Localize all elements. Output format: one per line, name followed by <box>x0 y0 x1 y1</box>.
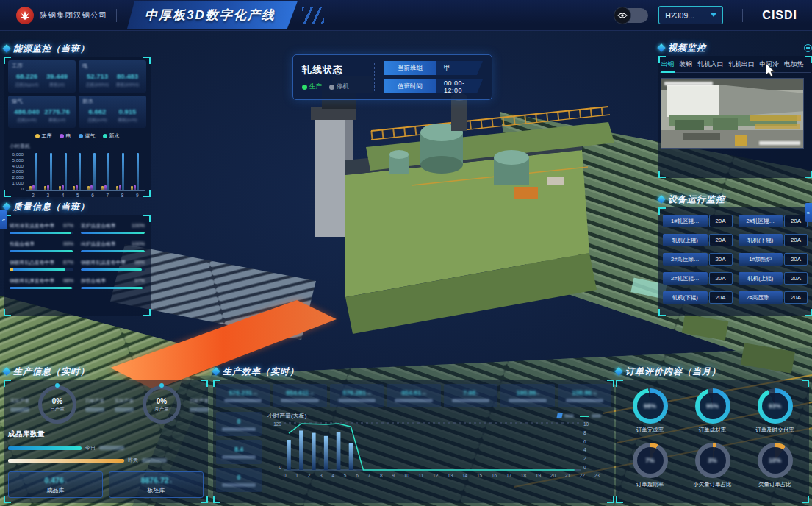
order-ring: 95%订单成材率 <box>681 388 744 434</box>
equipment-current-value: 20A <box>784 272 808 285</box>
energy-label: 单耗(m³/t) <box>118 117 137 124</box>
quality-item: 装炉温度合格率100% <box>81 222 145 234</box>
slab-stock-card: 8876.72t 板坯库 <box>109 471 204 498</box>
bar <box>82 190 84 191</box>
bar <box>107 153 109 190</box>
donut-chart: 98% <box>633 388 668 424</box>
x-tick: 1 <box>295 473 298 478</box>
today-stock-bar: 今日 <box>8 444 204 452</box>
energy-label: 总耗(m³/t) <box>87 117 107 124</box>
x-tick: 23 <box>594 473 600 478</box>
x-tick: 10 <box>404 473 409 478</box>
bar <box>59 186 61 191</box>
y-tick: 10 <box>583 421 592 427</box>
y-tick: 4 <box>583 447 592 452</box>
bar <box>29 186 32 191</box>
x-tick: 6 <box>356 473 359 478</box>
collapse-right-tab[interactable]: » <box>805 203 812 222</box>
bar <box>50 153 52 190</box>
efficiency-value: 108.86 % <box>572 389 597 396</box>
donut-value: 98% <box>633 388 668 424</box>
equipment-cell: 2#轧区辊…20A <box>663 272 733 285</box>
quality-label: 出炉温度合格率 <box>81 240 116 248</box>
x-tick: 2 <box>308 473 311 478</box>
energy-value: 486.040 <box>14 107 39 115</box>
energy-card-name: 煤气 <box>12 98 72 105</box>
bar <box>32 185 35 190</box>
bar-group <box>87 153 98 190</box>
legend-production: 生产 <box>302 82 322 91</box>
quality-label: 钢板终轧凸度命中率 <box>10 259 54 266</box>
equipment-cell: 轧机(上辊)20A <box>663 234 733 246</box>
gray-dot-icon <box>329 85 334 90</box>
bar <box>119 185 121 190</box>
quality-item: 钢板终轧厚度命中率98% <box>10 277 73 289</box>
equipment-row: 2#轧区辊…20A轧机(上辊)20A <box>663 272 808 285</box>
side-stat-label <box>222 455 256 459</box>
legend-item: 煤气 <box>79 132 96 140</box>
energy-value: 2775.76 <box>44 107 69 115</box>
x-tick: 4 <box>331 473 334 478</box>
quality-bar <box>81 268 145 271</box>
line-status-panel: 轧线状态 生产 停机 当前班组 甲 值班时间 00:00-12:00 <box>292 54 492 100</box>
quality-label: 铸坯冷装温度命中率 <box>10 222 54 229</box>
energy-label: 总耗(m³/t) <box>17 117 36 124</box>
x-tick: 5 <box>76 193 79 198</box>
cctv-video-frame[interactable] <box>661 78 804 149</box>
efficiency-stat-label <box>281 399 318 402</box>
video-panel-title: 视频监控 <box>668 42 706 54</box>
equipment-current-value: 20A <box>784 253 808 266</box>
bar <box>44 186 46 191</box>
bar-group <box>101 153 112 190</box>
shift-badge: 当前班组 甲 <box>384 61 483 75</box>
daily-output-gauge: 实际产量 0% 日产量 目标产量 <box>5 385 109 424</box>
efficiency-stat: 576.231 m <box>216 384 270 407</box>
cctv-timestamp-overlay <box>664 82 713 85</box>
video-tab-1[interactable]: 装钢 <box>680 60 693 72</box>
efficiency-stat: 7.98 t <box>444 384 497 407</box>
equipment-row: 轧机(下辊)20A2#高压除…20A <box>663 291 808 304</box>
video-tab-5[interactable]: 电加热 <box>784 60 803 72</box>
equipment-name: 轧机(下辊) <box>739 234 783 246</box>
line-selector-dropdown[interactable]: H2309... <box>658 6 723 24</box>
bar <box>134 185 136 190</box>
video-tab-3[interactable]: 轧机出口 <box>728 60 754 72</box>
equipment-name: 1#加热炉 <box>739 253 783 266</box>
quality-value: 100% <box>132 223 145 228</box>
quality-item: 探伤合格率97% <box>81 277 145 289</box>
equipment-name: 轧机(上辊) <box>663 234 708 246</box>
bar <box>122 153 124 190</box>
quality-item: 钢板终轧凸度命中率87% <box>10 259 73 271</box>
x-tick: 7 <box>107 193 109 198</box>
donut-chart: 93% <box>758 388 793 424</box>
video-tab-0[interactable]: 出钢 <box>661 60 675 72</box>
quality-item: 出炉温度合格率100% <box>81 240 145 252</box>
production-panel-body: 实际产量 0% 日产量 目标产量 实际产量 0% 月产量 目标产量 成品库数量 … <box>4 380 208 503</box>
energy-label: 单耗(t/t) <box>49 82 65 88</box>
quality-panel-body: 铸坯冷装温度命中率97%装炉温度合格率100%性能合格率99%出炉温度合格率10… <box>4 215 151 316</box>
equipment-cell: 2#高压除…20A <box>663 253 733 266</box>
visibility-toggle[interactable] <box>614 8 648 23</box>
donut-chart: 3% <box>695 443 730 478</box>
collapse-left-tab[interactable]: « <box>0 210 7 229</box>
equipment-current-value: 20A <box>709 215 733 227</box>
equipment-row: 2#高压除…20A1#加热炉20A <box>663 253 808 266</box>
donut-value: 7% <box>633 443 668 478</box>
efficiency-panel-title: 生产效率（实时） <box>223 366 299 378</box>
x-tick: 15 <box>477 473 482 478</box>
bar <box>87 186 90 191</box>
energy-chart-legend: 工序电煤气新水 <box>4 132 151 140</box>
efficiency-stat-label <box>566 399 603 402</box>
equipment-name: 轧机(上辊) <box>739 272 783 285</box>
video-tab-2[interactable]: 轧机入口 <box>697 60 723 72</box>
efficiency-panel: 生产效率（实时） 576.231 m654.611 m576.281 m654.… <box>213 365 614 503</box>
donut-label: 欠量订单占比 <box>758 481 791 488</box>
minimize-icon[interactable] <box>804 44 812 52</box>
x-tick: 12 <box>433 473 438 478</box>
y-tick: 2,000 <box>12 174 24 179</box>
legend-item: 新水 <box>103 132 120 140</box>
finished-stock-card: 0.476t 成品库 <box>8 471 103 498</box>
bar <box>65 153 67 190</box>
yesterday-stock-bar: 昨天 <box>8 457 204 464</box>
title-decoration <box>302 7 324 24</box>
